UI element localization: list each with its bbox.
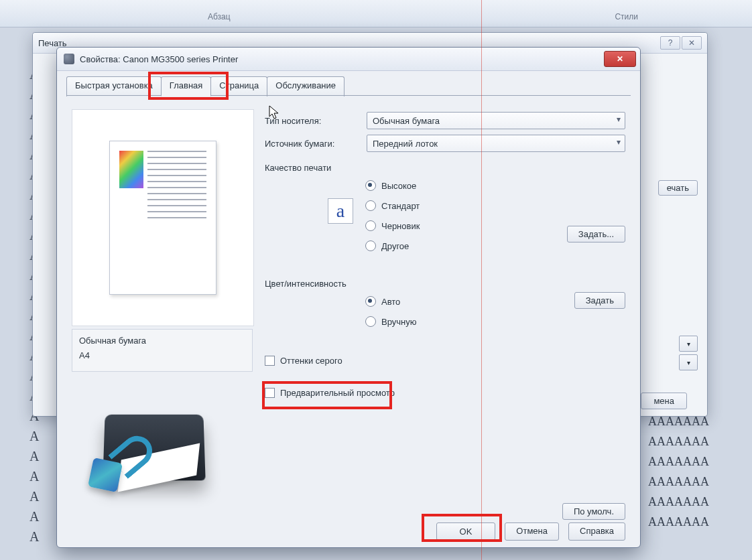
print-preview-box (72, 109, 254, 326)
grayscale-label: Оттенки серого (280, 356, 342, 366)
props-titlebar: Свойства: Canon MG3500 series Printer ✕ (57, 48, 640, 71)
color-radio-auto[interactable] (365, 296, 376, 307)
settings-column: Тип носителя: Обычная бумага Источник бу… (265, 109, 625, 539)
ribbon-strip: Абзац Стили (0, 0, 752, 27)
tab-service[interactable]: Обслуживание (267, 76, 344, 96)
paper-info-line2: A4 (79, 348, 245, 363)
tab-row: Быстрая установка Главная Страница Обслу… (66, 76, 344, 96)
grayscale-checkbox[interactable] (265, 356, 275, 366)
preview-color-swatch (119, 151, 143, 188)
preview-text-lines (147, 151, 206, 285)
print-dialog-dropdown-1[interactable]: ▾ (679, 336, 698, 352)
quality-high-label: Высокое (381, 181, 416, 191)
color-radio-manual[interactable] (365, 316, 376, 327)
quality-badge-icon: a (328, 198, 353, 224)
paper-source-value: Передний лоток (373, 139, 438, 149)
quality-draft-label: Черновик (381, 221, 420, 231)
color-set-button[interactable]: Задать (574, 292, 625, 309)
help-button[interactable]: Справка (568, 522, 625, 541)
print-dialog-print-button[interactable]: ечать (658, 180, 698, 196)
paper-info-line1: Обычная бумага (79, 334, 245, 348)
props-title: Свойства: Canon MG3500 series Printer (80, 54, 238, 64)
ribbon-group-styles: Стили (615, 12, 638, 21)
media-type-combo[interactable]: Обычная бумага (367, 112, 625, 129)
quality-radio-high[interactable] (365, 180, 376, 191)
grayscale-row[interactable]: Оттенки серого (265, 350, 625, 370)
preview-page (109, 141, 216, 295)
cancel-button[interactable]: Отмена (505, 522, 559, 541)
paper-source-label: Источник бумаги: (265, 139, 359, 149)
color-group-label: Цвет/интенсивность (265, 279, 625, 289)
bg-doc-right-column: АААААААААААААААААААААААААААААААААААААААА… (648, 411, 709, 532)
print-dialog-close-icon[interactable]: ✕ (682, 36, 702, 50)
print-dialog-dropdown-2[interactable]: ▾ (679, 354, 698, 370)
quality-radio-other[interactable] (365, 240, 376, 251)
ok-button[interactable]: OK (436, 522, 496, 541)
paper-source-combo[interactable]: Передний лоток (367, 135, 625, 152)
defaults-button[interactable]: По умолч. (562, 503, 625, 520)
props-close-button[interactable]: ✕ (604, 51, 636, 67)
print-dialog-cancel-button[interactable]: мена (641, 393, 687, 409)
tab-underline (66, 95, 631, 96)
tab-quick-setup[interactable]: Быстрая установка (66, 76, 162, 96)
ribbon-group-paragraph: Абзац (208, 12, 231, 21)
printer-icon (64, 54, 74, 64)
quality-radio-draft[interactable] (365, 220, 376, 231)
quality-radio-standard[interactable] (365, 200, 376, 211)
preview-print-row[interactable]: Предварительный просмотр (265, 382, 625, 403)
tab-main[interactable]: Главная (161, 76, 211, 96)
printer-illustration (80, 391, 221, 504)
print-dialog-help-icon[interactable]: ? (660, 36, 680, 50)
quality-group-label: Качество печати (265, 163, 625, 173)
quality-standard-label: Стандарт (381, 201, 420, 211)
color-manual-label: Вручную (381, 317, 416, 327)
mouse-cursor-icon (269, 105, 279, 120)
paper-info-box: Обычная бумага A4 (72, 329, 253, 372)
color-auto-label: Авто (381, 297, 400, 307)
quality-other-label: Другое (381, 241, 409, 251)
tab-page[interactable]: Страница (210, 76, 267, 96)
printer-properties-dialog: Свойства: Canon MG3500 series Printer ✕ … (56, 47, 641, 548)
preview-print-checkbox[interactable] (265, 388, 275, 398)
quality-set-button[interactable]: Задать... (567, 226, 625, 242)
preview-print-label: Предварительный просмотр (280, 388, 395, 398)
media-type-value: Обычная бумага (373, 116, 440, 126)
dialog-button-row: OK Отмена Справка (57, 522, 640, 541)
